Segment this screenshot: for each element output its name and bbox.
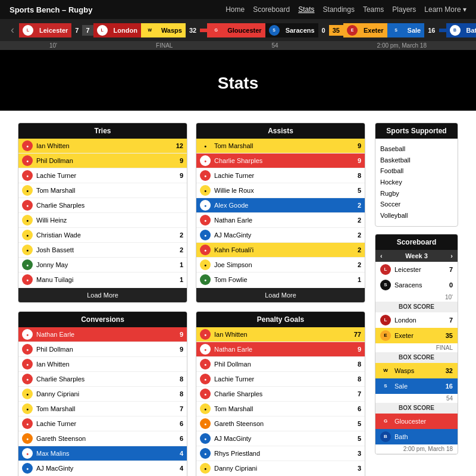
table-row: ● Phil Dollman 8 (196, 357, 365, 372)
nav-home[interactable]: Home (226, 5, 245, 14)
player-val: 77 (349, 331, 361, 338)
player-name: Lachie Turner (36, 172, 171, 179)
player-val: 8 (349, 361, 361, 368)
player-val: 2 (349, 231, 361, 239)
table-row: ● Christian Wade 2 (18, 228, 187, 243)
assists-title: Assists (196, 123, 365, 139)
player-name: Ian Whitten (214, 331, 349, 338)
badge: ● (200, 140, 211, 151)
leicester-badge: L (380, 264, 391, 275)
player-val: 7 (441, 317, 453, 324)
nav-stats[interactable]: Stats (298, 5, 314, 14)
table-row: ● Charlie Sharples 8 (18, 372, 187, 387)
badge: ● (22, 433, 33, 444)
player-val: 6 (349, 405, 361, 412)
exeter-score: 35 (329, 25, 343, 36)
badge: ● (200, 418, 211, 429)
table-row: ● Rhys Priestland 3 (196, 446, 365, 461)
badge: ● (200, 245, 211, 255)
nav-learn-more[interactable]: Learn More ▾ (424, 5, 466, 14)
player-name: Phil Dollman (36, 157, 171, 164)
table-row: ● Charlie Sharples 7 (196, 387, 365, 402)
table-row: ● Joe Simpson 2 (196, 258, 365, 273)
badge: ● (22, 344, 33, 355)
player-val: 9 (171, 331, 183, 338)
tries-load-more[interactable]: Load More (18, 288, 187, 302)
london-score: 7 (82, 25, 93, 36)
wasps-badge: W (380, 365, 391, 376)
wasps-name: Wasps (161, 27, 182, 34)
sports-list: Baseball Basketball Football Hockey Rugb… (375, 139, 458, 226)
player-name: Charlie Sharples (214, 157, 349, 164)
match-time: 54 (375, 394, 458, 403)
player-name: Nathan Earle (36, 331, 171, 338)
conversions-card: Conversions ● Nathan Earle 9 ● Phil Doll… (18, 311, 187, 476)
nav-scoreboard[interactable]: Scoreboard (253, 5, 290, 14)
sb-match-4: G Gloucester B Bath 2:00 pm, March 18 (375, 414, 458, 454)
match-3: S Saracens 0 35 E Exeter (265, 23, 387, 37)
table-row: E Exeter 35 (375, 328, 458, 343)
london-name: London (114, 27, 137, 34)
player-name: Exeter (394, 332, 441, 339)
badge: ● (200, 433, 211, 444)
player-name: Leicester (394, 266, 441, 273)
player-name: Willie le Roux (214, 187, 349, 194)
player-name: Kahn Fotuali'i (214, 246, 349, 253)
week-label: Week 3 (405, 252, 428, 259)
list-item: Football (380, 165, 453, 177)
player-val: 4 (171, 450, 183, 457)
badge: ● (200, 274, 211, 285)
nav-players[interactable]: Players (392, 5, 416, 14)
match-time: 2:00 pm, March 18 (375, 444, 458, 453)
leicester-icon: L (23, 25, 33, 36)
badge: ● (22, 245, 33, 255)
table-row: ● Josh Bassett 2 (18, 243, 187, 258)
score-bar-left-arrow[interactable]: ‹ (6, 19, 19, 41)
assists-load-more[interactable]: Load More (196, 288, 365, 302)
player-name: Nathan Earle (214, 217, 349, 224)
player-name: Danny Cipriani (214, 465, 349, 472)
player-name: Willi Heinz (36, 217, 171, 224)
box-score-button[interactable]: BOX SCORE (375, 302, 458, 312)
player-name: Tom Marshall (214, 405, 349, 412)
table-row: ● Nathan Earle 2 (196, 213, 365, 228)
player-val: 2 (349, 217, 361, 224)
saracens-name: Saracens (286, 27, 315, 34)
bath-icon: B (450, 25, 461, 36)
london-badge: L (380, 315, 391, 325)
list-item: Basketball (380, 155, 453, 166)
table-row: ● Nathan Earle 9 (18, 327, 187, 342)
player-name: Tom Marshall (214, 142, 349, 149)
week-next-arrow[interactable]: › (450, 252, 453, 259)
nav-standings[interactable]: Standings (323, 5, 355, 14)
tries-title: Tries (18, 123, 187, 139)
nav-teams[interactable]: Teams (363, 5, 384, 14)
saracens-badge: S (380, 280, 391, 290)
match-4: S Sale 16 B Bath (387, 23, 476, 37)
sale-badge: S (380, 381, 391, 392)
box-score-button[interactable]: BOX SCORE (375, 403, 458, 413)
box-score-button[interactable]: BOX SCORE (375, 352, 458, 362)
match-2: W Wasps 32 G Gloucester (141, 23, 265, 37)
exeter-name: Exeter (364, 27, 384, 34)
match-1: L Leicester 7 7 L London (19, 23, 141, 37)
badge: ● (200, 215, 211, 226)
table-row: ● Tom Marshall (18, 183, 187, 198)
site-title: Sports Bench – Rugby (10, 5, 92, 14)
player-val: 32 (441, 367, 453, 374)
score-bar-matches: L Leicester 7 7 L London W Wasps 32 (19, 23, 476, 37)
badge: ● (200, 389, 211, 399)
week-prev-arrow[interactable]: ‹ (380, 252, 383, 259)
player-val: 1 (171, 261, 183, 268)
table-row: ● Alex Goode 2 (196, 198, 365, 213)
match-time: FINAL (375, 343, 458, 352)
player-name: Tom Marshall (36, 405, 171, 412)
scoreboard-title: Scoreboard (375, 234, 458, 250)
sale-icon: S (391, 25, 402, 36)
scoreboard-box: Scoreboard ‹ Week 3 › L Leicester 7 S Sa… (375, 234, 458, 455)
badge: ● (200, 155, 211, 166)
badge: ● (200, 170, 211, 181)
badge: ● (22, 389, 33, 399)
badge: ● (200, 200, 211, 211)
list-item: Hockey (380, 177, 453, 188)
